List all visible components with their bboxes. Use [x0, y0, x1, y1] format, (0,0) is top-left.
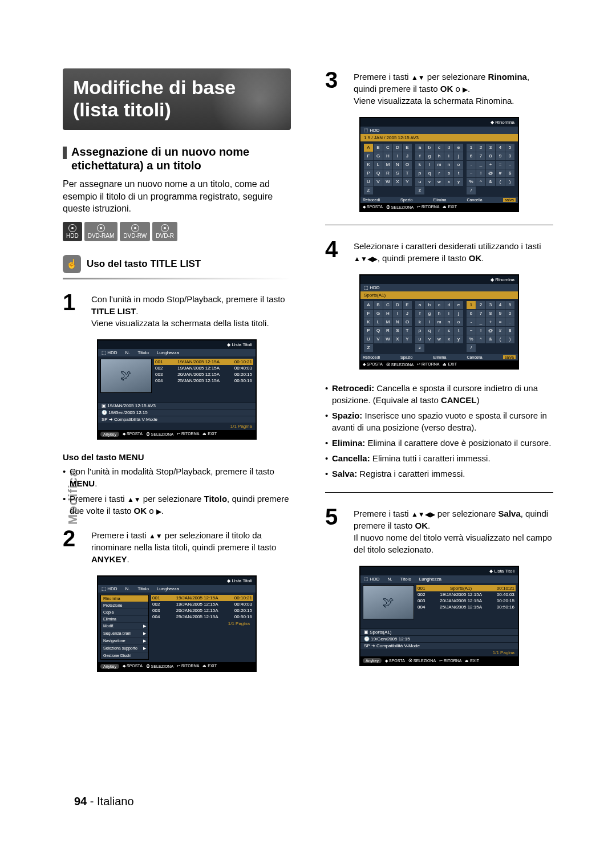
subsection-heading: Uso del tasto TITLE LIST	[87, 258, 201, 270]
step-3: 3 Premere i tasti per selezionare Rinomi…	[325, 68, 553, 107]
step-number: 4	[325, 238, 348, 264]
page-title: Modifiche di base (lista titoli)	[73, 76, 281, 121]
osd-screenshot-4: Rinomina ⬚ HDD Sports(A1) ABCDEFGHIJKLMN…	[359, 274, 519, 370]
step-2: 2 Premere i tasti per selezionare il tit…	[63, 527, 291, 565]
section-heading: Assegnazione di un nuovo nome etichettat…	[71, 145, 291, 172]
hand-icon: ☝	[63, 255, 81, 273]
keyboard-num: 1234567890-_+=.~!@#$%^&()/	[467, 144, 514, 194]
keyboard-lower: abcdefghijklmnopqrstuvwxyz	[415, 144, 463, 194]
osd-screenshot-5: Lista Titoli ⬚ HDDN.TitoloLunghezza 001S…	[359, 566, 519, 666]
step-4: 4 Selezionare i caratteri desiderati uti…	[325, 238, 553, 264]
bullet: Con l'unità in modalità Stop/Playback, p…	[63, 465, 291, 489]
media-badges: HDD DVD-RAM DVD-RW DVD-R	[63, 222, 291, 241]
section-bar	[63, 147, 67, 159]
divider	[325, 225, 553, 225]
step-number: 5	[325, 505, 348, 555]
step-5: 5 Premere i tasti per selezionare Salva,…	[325, 505, 553, 555]
def-retrocedi: Retrocedi: Cancella e sposta il cursore …	[325, 382, 553, 406]
section-intro: Per assegnare un nuovo nome a un titolo,…	[63, 178, 291, 215]
text: Con l'unità in modo Stop/Playback, preme…	[91, 294, 285, 304]
divider	[325, 492, 553, 493]
osd-screenshot-2: Lista Titoli ⬚ HDDN.TitoloLunghezza Rino…	[97, 575, 257, 672]
def-spazio: Spazio: Inserisce uno spazio vuoto e spo…	[325, 409, 553, 433]
step-number: 2	[63, 527, 86, 565]
step-number: 3	[325, 68, 348, 107]
divider	[63, 278, 291, 279]
def-elimina: Elimina: Elimina il carattere dove è pos…	[325, 437, 553, 449]
badge-hdd: HDD	[63, 222, 82, 241]
keyboard-upper: ABCDEFGHIJKLMNOPQRSTUVWXYZ	[364, 144, 412, 194]
def-cancella: Cancella: Elimina tutti i caratteri imme…	[325, 452, 553, 464]
step-1: 1 Con l'unità in modo Stop/Playback, pre…	[63, 291, 291, 329]
osd-screenshot-1: Lista Titoli ⬚ HDDN.TitoloLunghezza 0011…	[97, 339, 257, 440]
bullet: Premere i tasti per selezionare Titolo, …	[63, 493, 291, 517]
badge-dvdr: DVD-R	[152, 222, 177, 241]
badge-dvdrw: DVD-RW	[120, 222, 150, 241]
osd-screenshot-3: Rinomina ⬚ HDD 1 9 / JAN / 2005 12:15 AV…	[359, 117, 519, 212]
title-box: Modifiche di base (lista titoli)	[63, 68, 291, 130]
page-footer: 94 - Italiano	[74, 795, 134, 808]
text: TITLE LIST	[91, 306, 136, 316]
def-salva: Salva: Registra i caratteri immessi.	[325, 468, 553, 480]
badge-dvdram: DVD-RAM	[84, 222, 118, 241]
step-number: 1	[63, 291, 86, 329]
menu-subhead: Uso del tasto MENU	[63, 452, 291, 462]
